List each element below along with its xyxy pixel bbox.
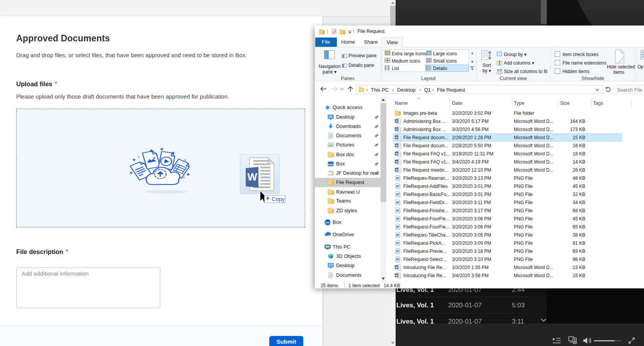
svg-text:W: W <box>395 144 398 147</box>
svg-text:W: W <box>395 168 398 172</box>
svg-text:W: W <box>395 119 398 123</box>
svg-text:W: W <box>395 128 398 131</box>
svg-text:W: W <box>395 152 398 155</box>
svg-text:box: box <box>325 221 330 224</box>
svg-text:W: W <box>395 266 398 269</box>
svg-text:W: W <box>395 274 398 277</box>
svg-text:box: box <box>328 163 333 166</box>
svg-text:W: W <box>395 136 398 139</box>
svg-text:W: W <box>247 171 257 183</box>
svg-text:W: W <box>395 160 398 164</box>
